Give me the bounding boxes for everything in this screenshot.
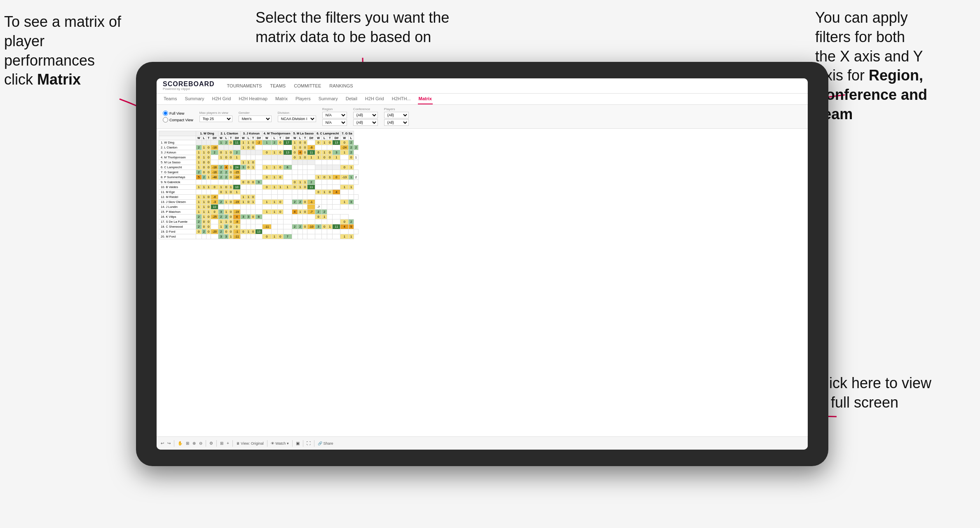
matrix-cell bbox=[307, 175, 315, 180]
tab-summary-2[interactable]: Summary bbox=[318, 94, 339, 104]
region-select[interactable]: N/A bbox=[322, 112, 347, 118]
matrix-cell: 2 bbox=[298, 200, 302, 205]
zoom-fit-icon[interactable]: ⊞ bbox=[186, 441, 189, 446]
matrix-cell: 17 bbox=[283, 140, 292, 145]
matrix-cell: 1 bbox=[298, 180, 302, 185]
matrix-cell bbox=[224, 180, 228, 185]
settings-icon[interactable]: ⚙ bbox=[209, 441, 213, 446]
matrix-cell bbox=[277, 160, 283, 165]
nav-teams[interactable]: TEAMS bbox=[270, 82, 286, 90]
matrix-cell bbox=[224, 145, 228, 150]
share-label[interactable]: 🔗 Share bbox=[318, 441, 333, 446]
matrix-cell: 1 bbox=[292, 140, 298, 145]
matrix-cell: 0 bbox=[340, 140, 349, 145]
tab-h2h-heatmap[interactable]: H2H Heatmap bbox=[238, 94, 268, 104]
gender-select[interactable]: Men's bbox=[239, 116, 272, 122]
players-select[interactable]: (All) bbox=[384, 112, 409, 118]
watch-label[interactable]: 👁 Watch ▾ bbox=[271, 441, 289, 446]
division-label: Division bbox=[278, 111, 316, 115]
tab-h2h-grid-2[interactable]: H2H Grid bbox=[364, 94, 385, 104]
matrix-cell bbox=[322, 234, 327, 239]
zoom-out-icon[interactable]: ⊖ bbox=[199, 441, 202, 446]
header-col-3: 3. J Koivun bbox=[241, 131, 263, 136]
matrix-cell bbox=[333, 229, 340, 234]
redo-icon[interactable]: ↪ bbox=[167, 441, 171, 446]
tab-h2hth[interactable]: H2HTH... bbox=[391, 94, 412, 104]
matrix-cell bbox=[256, 150, 262, 155]
matrix-cell bbox=[283, 229, 292, 234]
tab-matrix-active[interactable]: Matrix bbox=[418, 94, 433, 104]
compact-view-radio[interactable]: Compact View bbox=[163, 117, 193, 123]
matrix-cell: 11 bbox=[233, 140, 241, 145]
matrix-cell bbox=[241, 155, 246, 160]
tab-matrix[interactable]: Matrix bbox=[274, 94, 288, 104]
matrix-body: 1. W Ding12011110-21201710001013022. L C… bbox=[159, 140, 359, 239]
matrix-cell bbox=[298, 195, 302, 200]
pan-icon[interactable]: ✋ bbox=[178, 441, 183, 446]
region-select-2[interactable]: N/A bbox=[322, 119, 347, 126]
matrix-cell bbox=[349, 195, 354, 200]
matrix-cell bbox=[277, 224, 283, 229]
matrix-cell bbox=[340, 190, 349, 195]
matrix-cell: 1 bbox=[298, 155, 302, 160]
layout-icon[interactable]: ▣ bbox=[296, 441, 300, 446]
matrix-cell: 0 bbox=[302, 145, 307, 150]
matrix-cell bbox=[333, 185, 340, 190]
sh-w2: W bbox=[218, 136, 224, 140]
matrix-cell: 0 bbox=[251, 160, 255, 165]
tab-summary[interactable]: Summary bbox=[184, 94, 205, 104]
full-view-radio[interactable]: Full View bbox=[163, 111, 193, 116]
division-select[interactable]: NCAA Division I bbox=[278, 116, 316, 122]
zoom-in-icon[interactable]: ⊕ bbox=[192, 441, 196, 446]
matrix-cell: 0 bbox=[292, 180, 298, 185]
players-select-2[interactable]: (All) bbox=[384, 119, 409, 126]
matrix-cell bbox=[333, 160, 340, 165]
matrix-cell: 3 bbox=[241, 165, 246, 170]
nav-committee[interactable]: COMMITTEE bbox=[294, 82, 321, 90]
nav-rankings[interactable]: RANKINGS bbox=[329, 82, 353, 90]
undo-icon[interactable]: ↩ bbox=[161, 441, 164, 446]
matrix-cell: 0 bbox=[233, 224, 241, 229]
matrix-cell: 0 bbox=[251, 180, 255, 185]
player-name-cell: 11. M Ege bbox=[159, 190, 196, 195]
matrix-cell: 1 bbox=[327, 224, 333, 229]
logo-title: SCOREBOARD bbox=[163, 81, 215, 87]
tab-players[interactable]: Players bbox=[295, 94, 312, 104]
matrix-cell: 0 bbox=[206, 170, 211, 175]
matrix-cell bbox=[277, 190, 283, 195]
tab-detail[interactable]: Detail bbox=[345, 94, 358, 104]
player-name-cell: 8. P Summerhays bbox=[159, 175, 196, 180]
matrix-cell bbox=[307, 214, 315, 219]
matrix-cell: 4 bbox=[292, 210, 298, 214]
matrix-cell: 0 bbox=[211, 210, 218, 214]
matrix-cell: 0 bbox=[322, 175, 327, 180]
matrix-cell: 2 bbox=[196, 214, 202, 219]
sh-t5: T bbox=[302, 136, 307, 140]
matrix-container[interactable]: 1. W Ding 2. L Clanton 3. J Koivun 4. M … bbox=[157, 129, 808, 440]
matrix-cell: 0 bbox=[246, 165, 251, 170]
conference-select-2[interactable]: (All) bbox=[353, 119, 378, 126]
sh-l7: L bbox=[349, 136, 354, 140]
nav-tournaments[interactable]: TOURNAMENTS bbox=[227, 82, 262, 90]
matrix-cell: 1 bbox=[277, 185, 283, 190]
matrix-cell: 13 bbox=[333, 140, 340, 145]
tab-h2h-grid[interactable]: H2H Grid bbox=[211, 94, 232, 104]
grid-icon[interactable]: ⊞ bbox=[220, 441, 223, 446]
max-players-select[interactable]: Top 25 bbox=[199, 116, 232, 122]
fullscreen-icon[interactable]: ⛶ bbox=[307, 441, 311, 446]
matrix-cell bbox=[272, 160, 277, 165]
matrix-cell bbox=[196, 234, 202, 239]
matrix-cell bbox=[292, 234, 298, 239]
matrix-cell bbox=[224, 205, 228, 210]
matrix-cell: 2 bbox=[315, 210, 322, 214]
matrix-cell: 0 bbox=[206, 195, 211, 200]
conference-select[interactable]: (All) bbox=[353, 112, 378, 118]
matrix-cell: 3 bbox=[218, 210, 224, 214]
matrix-cell: 1 bbox=[202, 185, 206, 190]
tab-teams[interactable]: Teams bbox=[163, 94, 178, 104]
matrix-cell bbox=[262, 160, 272, 165]
matrix-cell: -15 bbox=[233, 170, 241, 175]
matrix-cell: 1 bbox=[272, 210, 277, 214]
matrix-cell: 0 bbox=[302, 200, 307, 205]
plus-icon[interactable]: + bbox=[227, 441, 229, 446]
